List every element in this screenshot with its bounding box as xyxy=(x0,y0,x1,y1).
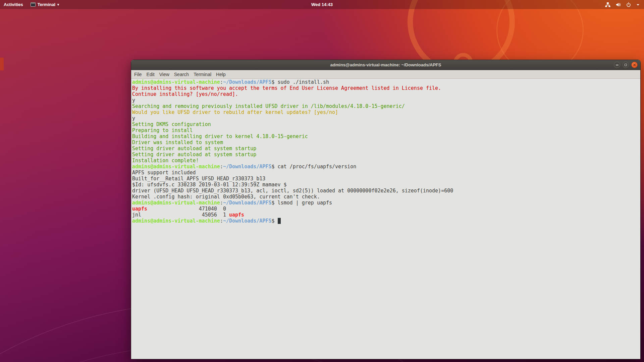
terminal-line: Preparing to install xyxy=(132,127,640,133)
maximize-icon xyxy=(625,64,627,66)
terminal-line: driver (UFSD_HEAD UFSD_HEAD_r330373_b13,… xyxy=(132,188,640,194)
terminal-line: By installing this software you accept t… xyxy=(132,85,640,91)
clock-label: Wed 14:43 xyxy=(311,2,333,7)
volume-icon xyxy=(615,2,621,7)
terminal-line: Setting driver autoload at system startu… xyxy=(132,152,640,158)
terminal-line: uapfs 471040 0 xyxy=(132,206,640,212)
terminal-line: Built_for__Retail_APFS_UFSD_HEAD_r330373… xyxy=(132,176,640,182)
chevron-down-icon: ▾ xyxy=(57,3,59,6)
close-button[interactable]: ✕ xyxy=(631,62,638,68)
terminal-line: Would you like UFSD driver to rebuild af… xyxy=(132,109,640,115)
chevron-down-icon xyxy=(636,3,640,6)
maximize-button[interactable] xyxy=(623,62,629,68)
terminal-line: admins@admins-virtual-machine:~/Download… xyxy=(132,164,640,170)
wallpaper-detail xyxy=(0,58,4,70)
terminal-line: admins@admins-virtual-machine:~/Download… xyxy=(132,200,640,206)
terminal-line: Kernel .config hash: original 0xd05b0e63… xyxy=(132,194,640,200)
top-bar: Activities Terminal ▾ Wed 14:43 xyxy=(0,0,644,9)
terminal-line: admins@admins-virtual-machine:~/Download… xyxy=(132,79,640,85)
network-icon xyxy=(605,2,610,7)
terminal-line: admins@admins-virtual-machine:~/Download… xyxy=(132,218,640,224)
terminal-app-icon xyxy=(31,2,36,7)
activities-label: Activities xyxy=(4,2,23,7)
terminal-line: Building and installing driver to kernel… xyxy=(132,133,640,139)
power-icon xyxy=(626,2,631,7)
terminal-line: y xyxy=(132,115,640,121)
clock-button[interactable]: Wed 14:43 xyxy=(307,0,337,9)
app-menu-terminal[interactable]: Terminal ▾ xyxy=(27,0,63,9)
menu-item-terminal[interactable]: Terminal xyxy=(191,71,214,78)
app-menu-label: Terminal xyxy=(38,2,55,7)
terminal-cursor xyxy=(278,218,281,224)
terminal-line: y xyxy=(132,97,640,103)
window-title: admins@admins-virtual-machine: ~/Downloa… xyxy=(131,62,640,67)
terminal-line: Installation complete! xyxy=(132,158,640,164)
terminal-window: admins@admins-virtual-machine: ~/Downloa… xyxy=(131,60,641,359)
terminal-line: APFS support included xyxy=(132,170,640,176)
terminal-line: $Id: ufsdvfs.c 330238 2019-03-01 12:39:5… xyxy=(132,182,640,188)
terminal-line: Setting driver autoload at system startu… xyxy=(132,145,640,152)
menu-item-edit[interactable]: Edit xyxy=(144,71,157,78)
terminal-line: Driver was installed to system xyxy=(132,139,640,145)
terminal-output[interactable]: admins@admins-virtual-machine:~/Download… xyxy=(131,79,640,359)
close-icon: ✕ xyxy=(633,63,636,67)
menu-item-file[interactable]: File xyxy=(132,71,144,78)
minimize-button[interactable] xyxy=(614,62,620,68)
menu-item-help[interactable]: Help xyxy=(214,71,228,78)
activities-button[interactable]: Activities xyxy=(0,0,27,9)
menu-item-view[interactable]: View xyxy=(157,71,172,78)
minimize-icon xyxy=(616,65,619,65)
terminal-line: Setting DKMS configuration xyxy=(132,121,640,127)
menu-item-search[interactable]: Search xyxy=(172,71,191,78)
terminal-line: Continue installing? [yes/no/read]. xyxy=(132,91,640,97)
title-bar[interactable]: admins@admins-virtual-machine: ~/Downloa… xyxy=(131,60,640,70)
menu-bar: FileEditViewSearchTerminalHelp xyxy=(131,70,640,79)
terminal-line: Searching and removing previously instal… xyxy=(132,103,640,109)
window-controls: ✕ xyxy=(614,62,640,68)
system-status-menu[interactable] xyxy=(601,0,644,9)
terminal-line: jnl 45056 1 uapfs xyxy=(132,212,640,218)
